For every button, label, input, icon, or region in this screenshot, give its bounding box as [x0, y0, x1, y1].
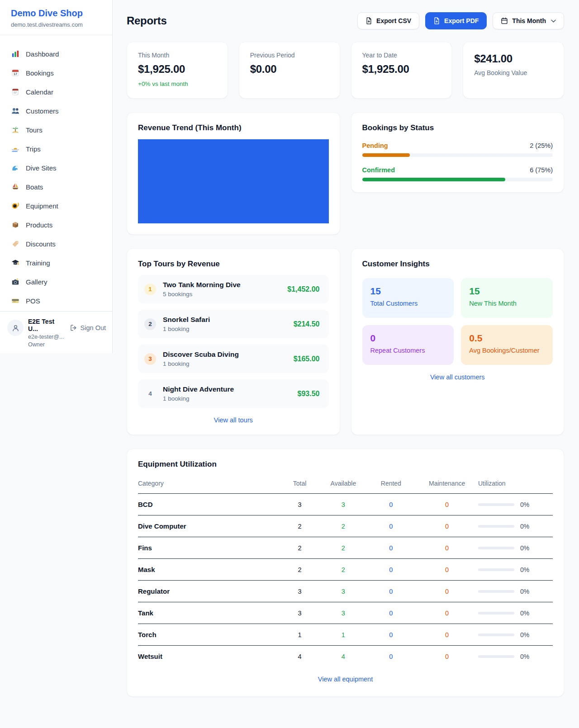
cell-category: Regulator — [138, 581, 279, 602]
sidebar-item-calendar[interactable]: Calendar — [5, 82, 107, 101]
diving-mask-icon — [11, 202, 19, 210]
tile-repeat-customers: 0 Repeat Customers — [362, 325, 454, 365]
stat-label: Previous Period — [250, 52, 329, 59]
cell-maintenance: 0 — [416, 494, 478, 515]
utilization-bar — [478, 547, 514, 549]
utilization-percent: 0% — [520, 653, 529, 660]
speedboat-icon — [11, 145, 19, 153]
sidebar-item-label: Calendar — [26, 88, 53, 96]
desert-island-icon — [11, 126, 19, 134]
sidebar-item-label: Tours — [26, 126, 43, 134]
tile-value: 15 — [370, 286, 446, 297]
sidebar-item-boats[interactable]: Boats — [5, 177, 107, 196]
sidebar-item-label: Dive Sites — [26, 164, 57, 172]
sidebar-item-gallery[interactable]: Gallery — [5, 272, 107, 291]
tour-bookings: 1 booking — [163, 326, 210, 332]
sidebar-item-customers[interactable]: Customers — [5, 101, 107, 120]
cell-category: Tank — [138, 602, 279, 624]
period-dropdown[interactable]: This Month — [493, 12, 564, 29]
utilization-cell: 0% — [478, 631, 553, 638]
utilization-percent: 0% — [520, 631, 529, 638]
progress-track — [362, 178, 553, 181]
water-wave-icon — [11, 164, 19, 172]
tile-value: 0 — [370, 333, 446, 344]
utilization-cell: 0% — [478, 653, 553, 660]
export-csv-button[interactable]: Export CSV — [357, 12, 419, 29]
user-footer: E2E Test U... e2e-tester@... Owner Sign … — [0, 311, 112, 353]
chevron-down-icon — [551, 19, 556, 23]
sidebar-item-trips[interactable]: Trips — [5, 139, 107, 158]
stat-card-year-to-date: Year to Date $1,925.00 — [351, 42, 452, 99]
cell-available: 3 — [320, 494, 366, 515]
sign-out-button[interactable]: Sign Out — [70, 324, 106, 331]
utilization-percent: 0% — [520, 588, 529, 595]
table-row: Mask 2 2 0 0 0% — [138, 559, 553, 581]
cell-total: 2 — [279, 515, 321, 537]
sidebar-item-bookings[interactable]: 17 Bookings — [5, 63, 107, 82]
sidebar-item-discounts[interactable]: Discounts — [5, 234, 107, 253]
main-content: Reports Export CSV Export PDF This Month… — [113, 0, 579, 715]
cell-maintenance: 0 — [416, 515, 478, 537]
view-all-equipment-link[interactable]: View all equipment — [138, 676, 553, 683]
utilization-bar — [478, 525, 514, 528]
tile-label: Repeat Customers — [370, 347, 446, 354]
view-all-customers-link[interactable]: View all customers — [362, 373, 553, 381]
status-label: Confirmed — [362, 166, 395, 174]
export-pdf-button[interactable]: Export PDF — [425, 12, 487, 29]
sidebar-item-tours[interactable]: Tours — [5, 120, 107, 139]
utilization-bar — [478, 633, 514, 636]
cell-total: 2 — [279, 559, 321, 581]
status-count: 6 (75%) — [530, 166, 553, 174]
sidebar-item-equipment[interactable]: Equipment — [5, 196, 107, 215]
sidebar-item-label: Customers — [26, 107, 59, 115]
top-tours-card: Top Tours by Revenue 1 Two Tank Morning … — [127, 248, 340, 435]
utilization-percent: 0% — [520, 501, 529, 508]
sidebar-item-dive-sites[interactable]: Dive Sites — [5, 158, 107, 177]
card-title: Bookings by Status — [362, 123, 553, 132]
column-header-available: Available — [320, 475, 366, 494]
sidebar-item-training[interactable]: Training — [5, 253, 107, 272]
tear-off-calendar-icon — [11, 88, 19, 96]
tour-row: 3 Discover Scuba Diving 1 booking $165.0… — [138, 345, 329, 373]
utilization-bar — [478, 655, 514, 658]
utilization-bar — [478, 568, 514, 571]
sidebar-item-products[interactable]: Products — [5, 215, 107, 234]
cell-category: Dive Computer — [138, 515, 279, 537]
status-confirmed: Confirmed 6 (75%) — [362, 166, 553, 181]
file-icon — [365, 17, 372, 24]
sidebar-item-pos[interactable]: POS — [5, 291, 107, 310]
sidebar-item-label: Gallery — [26, 278, 47, 286]
avatar — [7, 320, 24, 336]
tour-row: 2 Snorkel Safari 1 booking $214.50 — [138, 310, 329, 338]
cell-available: 3 — [320, 581, 366, 602]
graduation-cap-icon — [11, 259, 19, 267]
utilization-cell: 0% — [478, 523, 553, 530]
page-header: Reports Export CSV Export PDF This Month — [127, 12, 564, 29]
package-icon — [11, 221, 19, 229]
bar-chart-icon — [11, 50, 19, 58]
tour-name: Two Tank Morning Dive — [163, 281, 241, 289]
file-icon — [433, 17, 440, 24]
label-tag-icon — [11, 240, 19, 248]
table-row: Fins 2 2 0 0 0% — [138, 537, 553, 559]
status-label: Pending — [362, 142, 388, 149]
cell-rented: 0 — [366, 624, 416, 646]
tour-revenue: $93.50 — [292, 390, 320, 398]
stat-card-avg-booking-value: $241.00 Avg Booking Value — [463, 42, 564, 99]
cell-category: Mask — [138, 559, 279, 581]
progress-fill — [362, 178, 505, 181]
tile-new-this-month: 15 New This Month — [461, 278, 553, 318]
equipment-utilization-card: Equipment Utilization Category Total Ava… — [127, 449, 564, 697]
utilization-bar — [478, 590, 514, 593]
column-header-category: Category — [138, 475, 279, 494]
cell-maintenance: 0 — [416, 581, 478, 602]
cell-total: 3 — [279, 494, 321, 515]
card-title: Top Tours by Revenue — [138, 260, 329, 269]
cell-total: 3 — [279, 581, 321, 602]
user-role: Owner — [28, 341, 66, 348]
sidebar-item-dashboard[interactable]: Dashboard — [5, 44, 107, 63]
table-row: BCD 3 3 0 0 0% — [138, 494, 553, 515]
stat-card-this-month: This Month $1,925.00 +0% vs last month — [127, 42, 228, 99]
view-all-tours-link[interactable]: View all tours — [138, 416, 329, 424]
rank-badge: 1 — [144, 284, 156, 295]
